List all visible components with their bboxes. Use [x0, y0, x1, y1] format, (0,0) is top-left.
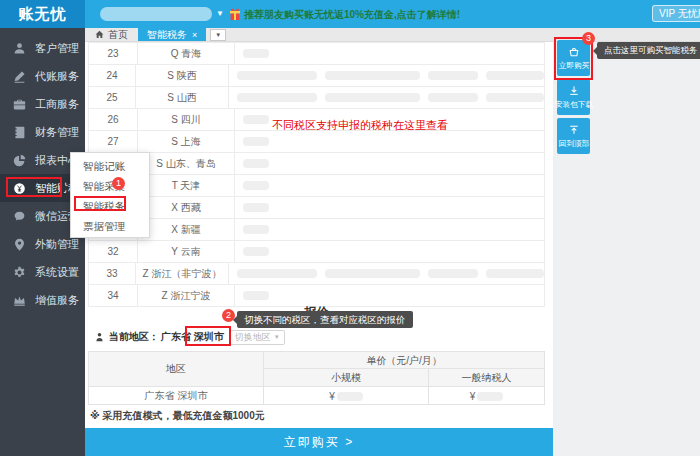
tooltip-switch-region: 切换不同的税区，查看对应税区的报价: [237, 311, 413, 328]
customer-icon: [13, 42, 26, 55]
download-icon: [568, 85, 580, 97]
row-number: 32: [88, 241, 138, 262]
tab-bar: 首页 智能税务 × ▼: [85, 28, 700, 42]
referral-promo-link[interactable]: 推荐朋友购买账无忧返10%充值金,点击了解详情!: [244, 8, 460, 22]
table-row: 33 Z 浙江（非宁波）: [88, 263, 545, 285]
table-row: S 山东、青岛: [88, 153, 545, 175]
row-region: Y 云南: [138, 241, 235, 262]
float-button-label: 立即购买: [558, 60, 588, 70]
tax-region-table: 23 Q 青海 24 S 陕西 25 S 山西 26 S 四川 27 S: [88, 42, 545, 307]
float-button-label: 安装包下载: [555, 99, 593, 109]
quote-row-region: 广东省 深圳市: [89, 387, 264, 404]
sidebar-item-label: 财务管理: [35, 125, 79, 140]
quote-table: 地区 单价（元/户/月） 小规模 一般纳税人 广东省 深圳市 ¥ ¥: [88, 351, 545, 405]
submenu-item-smart-bookkeeping[interactable]: 智能记账: [71, 156, 149, 176]
floating-action-panel: 立即购买 安装包下载 回到顶部: [557, 40, 590, 157]
row-content-blurred: [229, 65, 545, 86]
company-dropdown-caret-icon[interactable]: ▼: [216, 9, 224, 18]
gear-icon: [13, 266, 26, 279]
sidebar-item-label: 外勤管理: [35, 237, 79, 252]
pie-chart-icon: [13, 154, 26, 167]
current-region-label: 当前地区：: [109, 330, 159, 344]
row-number: 24: [88, 65, 136, 86]
col-header-small-scale: 小规模: [264, 369, 429, 386]
home-icon: [95, 30, 104, 39]
person-pin-icon: [94, 332, 105, 343]
sidebar-item-customer-mgmt[interactable]: 客户管理: [0, 34, 85, 62]
gift-icon: [229, 7, 241, 25]
sidebar-item-label: 工商服务: [35, 97, 79, 112]
ledger-icon: [13, 126, 26, 139]
submenu-item-invoice-mgmt[interactable]: 票据管理: [71, 216, 149, 236]
row-number: 23: [88, 43, 138, 64]
tab-home-label: 首页: [108, 28, 128, 42]
submenu-item-smart-tax[interactable]: 智能税务: [71, 196, 149, 216]
buy-now-button[interactable]: 立即购买 >: [85, 428, 553, 456]
row-content-blurred: [229, 87, 545, 108]
quote-table-row: 广东省 深圳市 ¥ ¥: [89, 386, 544, 404]
row-content-blurred: [235, 219, 545, 240]
price-small-scale: ¥: [264, 387, 428, 405]
current-region-value: 广东省 深圳市: [161, 330, 224, 344]
annotation-badge-1: 1: [112, 177, 125, 190]
price-general-taxpayer: ¥: [429, 387, 544, 405]
annotation-badge-3: 3: [582, 32, 595, 45]
chevron-down-icon: ▼: [274, 334, 280, 340]
vip-badge[interactable]: VIP 无忧版: [652, 5, 700, 22]
row-region: T 天津: [138, 175, 235, 196]
float-back-to-top-button[interactable]: 回到顶部: [557, 118, 590, 154]
smart-tax-submenu: 智能记账 智能采集 智能税务 票据管理: [70, 152, 150, 238]
sidebar-item-bookkeeping[interactable]: 代账服务: [0, 62, 85, 90]
row-content-blurred: [235, 241, 545, 262]
row-region: X 新疆: [138, 219, 235, 240]
app-window: 账无忧 ▼ 推荐朋友购买账无忧返10%充值金,点击了解详情! VIP 无忧版 客…: [0, 0, 700, 456]
sidebar-item-settings[interactable]: 系统设置: [0, 258, 85, 286]
recharge-note: ※ 采用充值模式，最低充值金额1000元: [90, 409, 265, 423]
price-blurred: [477, 392, 503, 401]
tab-home[interactable]: 首页: [85, 28, 138, 41]
table-row: T 天津: [88, 175, 545, 197]
annotation-table-tip: 不同税区支持申报的税种在这里查看: [215, 118, 505, 133]
row-content-blurred: [235, 285, 545, 306]
company-name-blurred[interactable]: [100, 7, 212, 21]
table-row: X 西藏: [88, 197, 545, 219]
crown-icon: [13, 294, 26, 307]
tab-smart-tax[interactable]: 智能税务 ×: [138, 28, 206, 41]
row-number: 26: [88, 109, 138, 130]
row-region: X 西藏: [138, 197, 235, 218]
tab-list-dropdown[interactable]: ▼: [210, 29, 226, 41]
float-buy-now-button[interactable]: 立即购买: [557, 40, 590, 76]
row-region: Q 青海: [138, 43, 235, 64]
pen-icon: [13, 70, 26, 83]
sidebar: 客户管理 代账服务 工商服务 财务管理 报表中心 智能财税 微信运营 外勤管理: [0, 28, 85, 456]
tooltip-buy-now: 点击这里可购买智能税务: [597, 42, 700, 59]
row-region: S 上海: [138, 131, 235, 152]
col-header-general-taxpayer: 一般纳税人: [429, 369, 544, 386]
col-header-region: 地区: [89, 352, 264, 386]
row-content-blurred: [229, 263, 545, 284]
table-row: 32 Y 云南: [88, 241, 545, 263]
chat-bubble-icon: [13, 210, 26, 223]
sidebar-item-business[interactable]: 工商服务: [0, 90, 85, 118]
submenu-item-smart-collect[interactable]: 智能采集: [71, 176, 149, 196]
row-region: Z 浙江宁波: [138, 285, 235, 306]
table-row: X 新疆: [88, 219, 545, 241]
row-region: S 山东、青岛: [138, 153, 235, 174]
row-number: 27: [88, 131, 138, 152]
float-download-button[interactable]: 安装包下载: [557, 79, 590, 115]
app-logo: 账无忧: [0, 0, 85, 28]
briefcase-icon: [13, 98, 26, 111]
sidebar-item-value-added[interactable]: 增值服务: [0, 286, 85, 314]
tab-close-icon[interactable]: ×: [192, 30, 197, 40]
row-region: S 陕西: [136, 65, 229, 86]
current-region-line: 当前地区： 广东省 深圳市 切换地区 ▼: [85, 329, 285, 345]
switch-region-label: 切换地区: [235, 331, 271, 344]
row-number: 25: [88, 87, 136, 108]
switch-region-dropdown[interactable]: 切换地区 ▼: [230, 330, 285, 345]
table-row: 27 S 上海: [88, 131, 545, 153]
row-number: 33: [88, 263, 136, 284]
row-region: S 山西: [136, 87, 229, 108]
coin-icon: [13, 182, 26, 195]
shopping-basket-icon: [568, 46, 580, 58]
sidebar-item-finance[interactable]: 财务管理: [0, 118, 85, 146]
